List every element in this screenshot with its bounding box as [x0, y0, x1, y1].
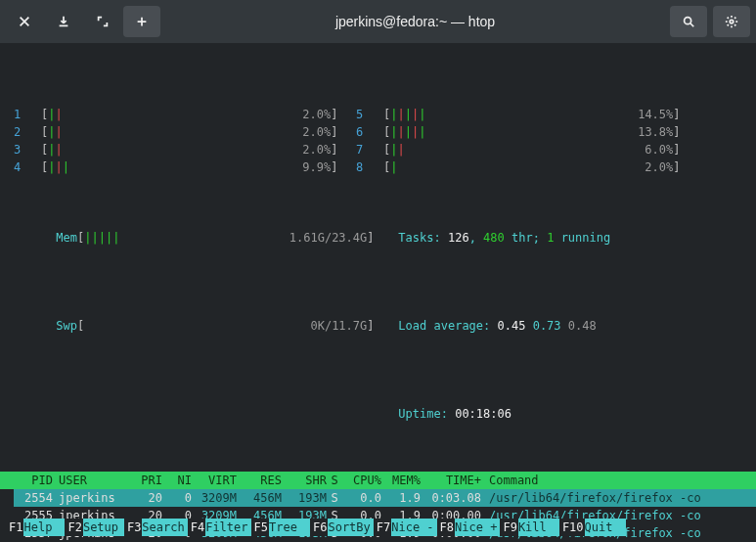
cell-state: S: [327, 489, 342, 507]
fkey-action[interactable]: Nice +: [455, 519, 500, 536]
svg-point-1: [730, 20, 734, 23]
cell-pid: 2554: [14, 489, 59, 507]
col-time[interactable]: TIME+: [421, 472, 487, 489]
cpu-meter: 4[||| 9.9%]: [14, 158, 356, 176]
fkey-label: F8: [437, 519, 455, 536]
loadavg-label: Load average:: [398, 319, 490, 333]
cell-shr: 193M: [282, 489, 327, 507]
svg-point-0: [685, 18, 691, 24]
uptime-label: Uptime:: [398, 407, 448, 421]
cell-cpu: 0.0: [342, 489, 381, 507]
cell-virt: 3209M: [192, 489, 237, 507]
close-tab-button[interactable]: [6, 6, 43, 37]
cpu-meter: 6[||||| 13.8%]: [356, 123, 742, 141]
fkey-action[interactable]: Help: [23, 519, 65, 536]
cpu-meter: 1[|| 2.0%]: [14, 106, 356, 123]
uptime-value: 00:18:06: [455, 407, 511, 421]
cell-user: jperkins: [59, 489, 127, 507]
function-key-bar: F1HelpF2SetupF3SearchF4FilterF5TreeF6Sor…: [0, 519, 756, 536]
tasks-label: Tasks:: [398, 231, 440, 245]
cpu-meter: 2[|| 2.0%]: [14, 123, 356, 141]
fkey-label: F9: [500, 519, 517, 536]
col-user[interactable]: USER: [59, 472, 127, 489]
process-row[interactable]: 2554 jperkins 20 0 3209M 456M 193M S 0.0…: [14, 489, 756, 507]
cell-res: 456M: [237, 489, 282, 507]
cell-ni: 0: [162, 489, 192, 507]
fkey-label: F3: [124, 519, 142, 536]
fkey-action[interactable]: Setup: [83, 519, 124, 536]
search-button[interactable]: [670, 6, 707, 37]
mem-label: Mem: [56, 231, 77, 245]
col-command[interactable]: Command: [487, 472, 756, 489]
fkey-label: F2: [65, 519, 82, 536]
htop-meters: 1[|| 2.0%]2[|| 2.0%]3[|| 2.0%]4[||| 9.9%…: [0, 43, 756, 458]
new-tab-button[interactable]: [123, 6, 160, 37]
col-pri[interactable]: PRI: [127, 472, 162, 489]
fkey-label: F1: [6, 519, 23, 536]
cpu-meter: 3[|| 2.0%]: [14, 141, 356, 158]
swap-label: Swp: [56, 319, 77, 333]
col-res[interactable]: RES: [237, 472, 282, 489]
col-cpu[interactable]: CPU%: [342, 472, 381, 489]
fkey-action[interactable]: Kill: [518, 519, 559, 536]
settings-button[interactable]: [713, 6, 750, 37]
cell-mem: 1.9: [381, 489, 421, 507]
download-button[interactable]: [45, 6, 82, 37]
col-mem[interactable]: MEM%: [381, 472, 421, 489]
col-shr[interactable]: SHR: [282, 472, 327, 489]
cpu-meter: 8[| 2.0%]: [356, 158, 742, 176]
fullscreen-button[interactable]: [84, 6, 121, 37]
cpu-meter: 5[||||| 14.5%]: [356, 106, 742, 123]
fkey-action[interactable]: Quit: [585, 519, 626, 536]
fkey-label: F4: [188, 519, 205, 536]
cell-command: /usr/lib64/firefox/firefox -co: [487, 489, 756, 507]
terminal-titlebar: jperkins@fedora:~ — htop: [0, 0, 756, 43]
col-ni[interactable]: NI: [162, 472, 192, 489]
window-title: jperkins@fedora:~ — htop: [162, 14, 668, 29]
fkey-label: F7: [374, 519, 391, 536]
cell-time: 0:03.08: [421, 489, 487, 507]
cpu-meter: 7[|| 6.0%]: [356, 141, 742, 158]
fkey-label: F6: [310, 519, 328, 536]
col-virt[interactable]: VIRT: [192, 472, 237, 489]
col-state[interactable]: S: [327, 472, 342, 489]
col-pid[interactable]: PID: [14, 472, 59, 489]
fkey-action[interactable]: SortBy: [328, 519, 373, 536]
fkey-action[interactable]: Search: [142, 519, 187, 536]
fkey-action[interactable]: Tree: [269, 519, 310, 536]
cell-pri: 20: [127, 489, 162, 507]
fkey-label: F10: [559, 519, 585, 536]
fkey-label: F5: [251, 519, 269, 536]
fkey-action[interactable]: Filter: [205, 519, 250, 536]
fkey-action[interactable]: Nice -: [391, 519, 436, 536]
process-table-header[interactable]: PID USER PRI NI VIRT RES SHR S CPU% MEM%…: [0, 472, 756, 489]
